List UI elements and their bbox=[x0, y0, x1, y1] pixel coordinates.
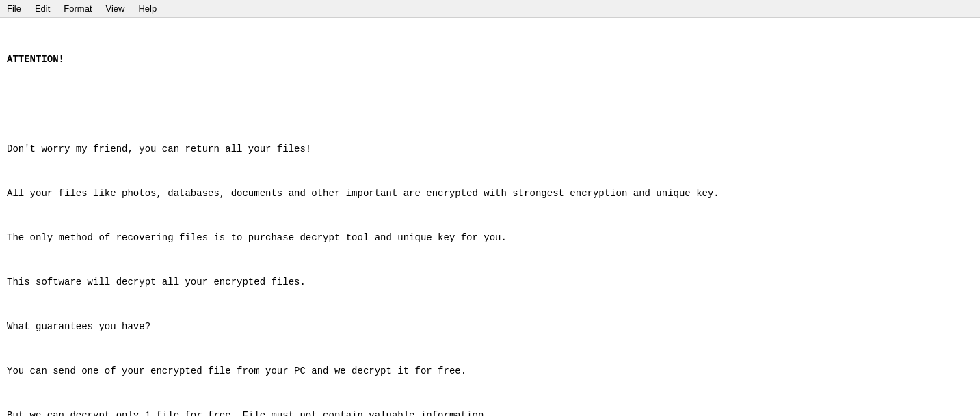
menu-view[interactable]: View bbox=[103, 3, 128, 14]
menu-file[interactable]: File bbox=[4, 3, 24, 14]
menu-edit[interactable]: Edit bbox=[32, 3, 53, 14]
blank-line-1 bbox=[7, 97, 973, 112]
content-area: ATTENTION! Don't worry my friend, you ca… bbox=[0, 18, 980, 416]
line-3: The only method of recovering files is t… bbox=[7, 231, 973, 246]
line-4: This software will decrypt all your encr… bbox=[7, 275, 973, 290]
attention-line: ATTENTION! bbox=[7, 53, 973, 68]
line-1: Don't worry my friend, you can return al… bbox=[7, 142, 973, 157]
line-6: You can send one of your encrypted file … bbox=[7, 364, 973, 379]
line-5: What guarantees you have? bbox=[7, 320, 973, 335]
line-7: But we can decrypt only 1 file for free.… bbox=[7, 408, 973, 416]
line-2: All your files like photos, databases, d… bbox=[7, 186, 973, 202]
menu-format[interactable]: Format bbox=[61, 3, 94, 14]
menu-bar: File Edit Format View Help bbox=[0, 0, 980, 18]
menu-help[interactable]: Help bbox=[135, 3, 159, 14]
